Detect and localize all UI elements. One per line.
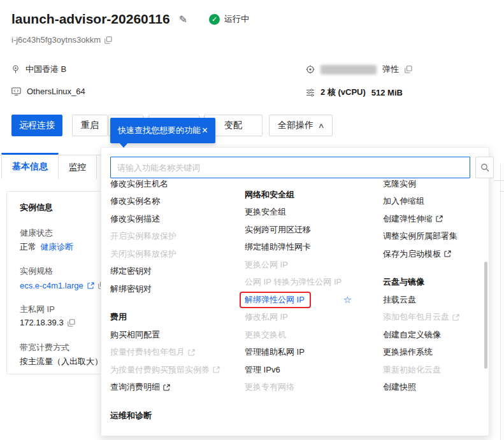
- menu-scrollbar[interactable]: [484, 262, 487, 369]
- spec-row: 2 核 (vCPU) 512 MiB: [306, 87, 403, 98]
- external-link-icon: [213, 366, 220, 373]
- instance-id-row: i-j6c43h5fg3oytns3okkm: [11, 35, 112, 45]
- bandwidth-value: 按主流量（入出取大）: [20, 356, 103, 367]
- tooltip-text: 快速查找您想要的功能: [118, 125, 201, 136]
- menu-item: 重新初始化云盘: [383, 361, 484, 379]
- search-icon: [480, 163, 489, 172]
- private-ip-value: 172.18.39.3: [20, 318, 64, 327]
- menu-item[interactable]: 解绑弹性公网 IP☆: [245, 291, 354, 309]
- close-icon[interactable]: ×: [202, 125, 208, 136]
- menu-section-header: 网络和安全组: [245, 186, 354, 204]
- private-ip-label: 主私网 IP: [20, 304, 55, 315]
- external-link-icon: [452, 314, 459, 321]
- menu-item[interactable]: 购买相同配置: [110, 326, 235, 344]
- card-title: 实例信息: [20, 202, 53, 213]
- copy-private-ip-icon[interactable]: [68, 319, 75, 327]
- background-card-edge: [500, 164, 501, 440]
- restart-button[interactable]: 重启: [72, 115, 108, 136]
- menu-item[interactable]: 更换安全组: [245, 204, 354, 222]
- menu-item[interactable]: 挂载云盘: [383, 291, 484, 309]
- menu-item[interactable]: 调整实例所属部署集: [383, 228, 484, 246]
- menu-item[interactable]: 更换操作系统: [383, 344, 484, 362]
- menu-item: 修改私网 IP: [245, 309, 354, 327]
- menu-item: 公网 IP 转换为弹性公网 IP: [245, 274, 354, 292]
- edit-name-icon[interactable]: ✎: [179, 13, 187, 25]
- menu-item[interactable]: 修改实例名称: [110, 193, 235, 211]
- running-check-icon: ✓: [209, 14, 220, 25]
- menu-section-header: 运维和诊断: [110, 407, 235, 425]
- external-link-icon: [188, 349, 195, 356]
- bandwidth-label: 带宽计费方式: [20, 342, 69, 353]
- external-link-icon: [436, 215, 443, 222]
- menu-item: 更换交换机: [245, 326, 354, 344]
- copy-eip-icon[interactable]: [405, 66, 412, 73]
- all-actions-label: 全部操作: [278, 120, 313, 131]
- menu-item[interactable]: 创建快照: [383, 379, 484, 397]
- menu-column-1: 修改实例主机名修改实例名称修改实例描述开启实例释放保护关闭实例释放保护绑定密钥对…: [110, 175, 235, 425]
- menu-item[interactable]: 保存为启动模板: [383, 245, 484, 263]
- external-link-icon: [444, 250, 451, 257]
- sliders-icon: [306, 89, 315, 97]
- menu-item[interactable]: 管理 IPv6: [245, 361, 354, 379]
- region-row: 中国香港 B: [11, 64, 66, 75]
- health-value: 正常: [20, 241, 36, 253]
- menu-item[interactable]: 创建自定义镜像: [383, 326, 484, 344]
- page-title: launch-advisor-20260116: [11, 11, 170, 27]
- tab-monitoring[interactable]: 监控: [59, 155, 97, 179]
- menu-item[interactable]: 查询消费明细: [110, 379, 235, 397]
- menu-item: 为按量付费购买预留实例券: [110, 361, 235, 379]
- favorite-star-icon[interactable]: ☆: [343, 294, 352, 306]
- menu-item: 关闭实例释放保护: [110, 245, 235, 263]
- region-value: 中国香港 B: [25, 64, 66, 75]
- menu-item[interactable]: 解绑密钥对: [110, 280, 235, 298]
- menu-item: 按量付费转包年包月: [110, 344, 235, 362]
- instance-id: i-j6c43h5fg3oytns3okkm: [11, 35, 101, 45]
- location-pin-icon: [11, 65, 20, 74]
- tooltip-arrow: [119, 143, 128, 148]
- remote-connect-button[interactable]: 远程连接: [11, 115, 62, 136]
- status-label: 运行中: [224, 13, 249, 25]
- os-row: OthersLinux_64: [11, 87, 85, 96]
- coachmark-tooltip: 快速查找您想要的功能 ×: [110, 118, 215, 143]
- menu-item: 更换公网 IP: [245, 256, 354, 274]
- health-diagnosis-link[interactable]: 健康诊断: [40, 241, 73, 253]
- menu-item[interactable]: 绑定密钥对: [110, 263, 235, 281]
- menu-item[interactable]: 修改实例描述: [110, 210, 235, 228]
- menu-column-3: 克隆实例加入伸缩组创建弹性伸缩调整实例所属部署集保存为启动模板云盘与镜像挂载云盘…: [383, 175, 484, 396]
- menu-item[interactable]: 加入伸缩组: [383, 193, 484, 211]
- menu-item[interactable]: 实例跨可用区迁移: [245, 221, 354, 239]
- target-icon: [306, 65, 315, 74]
- menu-item: 开启实例释放保护: [110, 228, 235, 246]
- chevron-up-icon: ∧: [317, 122, 324, 130]
- highlight-red-box: 解绑弹性公网 IP: [240, 292, 311, 308]
- eip-suffix: 弹性: [382, 64, 399, 75]
- os-monitor-icon: [11, 87, 21, 96]
- spec-label: 实例规格: [20, 266, 53, 277]
- menu-item[interactable]: 管理辅助私网 IP: [245, 344, 354, 362]
- copy-instance-id-icon[interactable]: [104, 36, 112, 44]
- menu-item: 添加包年包月云盘: [383, 309, 484, 327]
- external-link-icon[interactable]: [87, 282, 94, 289]
- memory-value: 512 MiB: [371, 88, 403, 97]
- menu-item[interactable]: 创建弹性伸缩: [383, 210, 484, 228]
- ecs-instance-detail-page: launch-advisor-20260116 ✎ ✓ 运行中 i-j6c43h…: [0, 0, 504, 440]
- menu-item[interactable]: 修改实例主机名: [110, 175, 235, 193]
- os-value: OthersLinux_64: [27, 87, 85, 96]
- eip-row: 弹性: [306, 64, 412, 75]
- menu-item[interactable]: 绑定辅助弹性网卡: [245, 239, 354, 257]
- background-edge-line: [494, 180, 504, 181]
- external-link-icon: [163, 384, 170, 391]
- header-title-row: launch-advisor-20260116 ✎ ✓ 运行中: [11, 11, 249, 27]
- menu-item[interactable]: 克隆实例: [383, 175, 484, 193]
- all-actions-menu: 修改实例主机名修改实例名称修改实例描述开启实例释放保护关闭实例释放保护绑定密钥对…: [101, 147, 489, 436]
- all-actions-button[interactable]: 全部操作 ∧: [269, 115, 333, 136]
- spec-value-link[interactable]: ecs.e-c4m1.large: [20, 281, 83, 290]
- menu-column-2: 网络和安全组更换安全组实例跨可用区迁移绑定辅助弹性网卡更换公网 IP公网 IP …: [245, 175, 354, 396]
- cpu-value: 2 核 (vCPU): [320, 87, 366, 98]
- status-badge: ✓ 运行中: [209, 13, 249, 25]
- menu-item: 更换专有网络: [245, 379, 354, 397]
- tab-basic-info[interactable]: 基本信息: [1, 153, 59, 179]
- menu-section-header: 云盘与镜像: [383, 274, 484, 292]
- redacted-ip-block: [320, 65, 377, 75]
- menu-section-header: 费用: [110, 309, 235, 327]
